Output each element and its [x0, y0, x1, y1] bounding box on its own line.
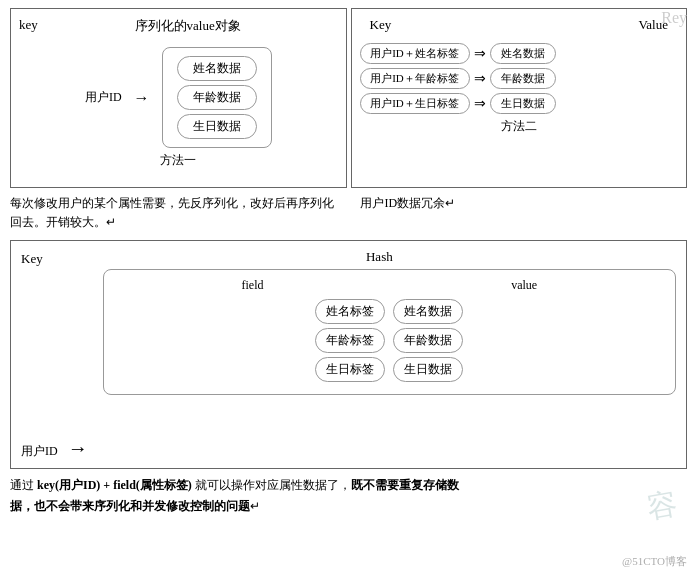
diagram2-key-0: 用户ID＋姓名标签 — [360, 43, 470, 64]
diagram3-row-0: 姓名标签 姓名数据 — [118, 299, 661, 324]
arrow-right-icon: → — [134, 89, 150, 107]
diagram1-item-2: 生日数据 — [177, 114, 257, 139]
diagram-method1: key 序列化的value对象 用户ID → 姓名数据 年龄数据 生日数据 方法… — [10, 8, 347, 188]
diagram2-key-2: 用户ID＋生日标签 — [360, 93, 470, 114]
diagram1-userid: 用户ID — [85, 89, 122, 106]
bold-key: key(用户ID) + field(属性标签) — [37, 478, 192, 492]
diagram-hash: Key Hash field value 姓名标签 姓名数据 年龄标签 年龄数据 — [10, 240, 687, 469]
diagram1-key-label: key — [19, 17, 38, 33]
diagram1-footer: 方法一 — [19, 152, 338, 169]
diagram2-value-1: 年龄数据 — [490, 68, 556, 89]
diagram3-field-col: field — [242, 278, 264, 293]
diagram3-field-0: 姓名标签 — [315, 299, 385, 324]
diagram2-row-0: 用户ID＋姓名标签 ⇒ 姓名数据 — [360, 43, 679, 64]
diagram2-key-col: Key — [370, 17, 392, 33]
double-arrow-icon-0: ⇒ — [474, 45, 486, 62]
diagram2-row-2: 用户ID＋生日标签 ⇒ 生日数据 — [360, 93, 679, 114]
diagram3-hash-section: Hash field value 姓名标签 姓名数据 年龄标签 年龄数据 — [83, 249, 676, 395]
diagram3-row-2: 生日标签 生日数据 — [118, 357, 661, 382]
site-tag: @51CTO博客 — [622, 554, 687, 569]
diagram3-value-2: 生日数据 — [393, 357, 463, 382]
diagram3-inner-box: field value 姓名标签 姓名数据 年龄标签 年龄数据 生日标签 生日数… — [103, 269, 676, 395]
rey-label: Rey — [661, 9, 687, 27]
diagram-method2: Key Value 用户ID＋姓名标签 ⇒ 姓名数据 用户ID＋年龄标签 ⇒ 年… — [351, 8, 688, 188]
diagram1-item-0: 姓名数据 — [177, 56, 257, 81]
diagram2-value-2: 生日数据 — [490, 93, 556, 114]
diagram3-key-label: Key — [21, 249, 43, 267]
double-arrow-icon-2: ⇒ — [474, 95, 486, 112]
diagram2-footer: 方法二 — [360, 118, 679, 135]
diagram3-arrow-icon: → — [68, 437, 88, 460]
diagram2-key-1: 用户ID＋年龄标签 — [360, 68, 470, 89]
diagram3-user-row: 用户ID → — [21, 403, 676, 460]
diagram1-title: 序列化的value对象 — [38, 17, 338, 35]
diagram3-hash-label: Hash — [83, 249, 676, 265]
diagram3-userid: 用户ID — [21, 443, 58, 460]
diagram3-field-2: 生日标签 — [315, 357, 385, 382]
diagram3-columns-header: field value — [118, 278, 661, 293]
diagram2-rows: 用户ID＋姓名标签 ⇒ 姓名数据 用户ID＋年龄标签 ⇒ 年龄数据 用户ID＋生… — [360, 43, 679, 114]
bottom-description: 通过 key(用户ID) + field(属性标签) 就可以操作对应属性数据了，… — [10, 475, 687, 516]
text-left: 每次修改用户的某个属性需要，先反序列化，改好后再序列化回去。开销较大。↵ — [10, 194, 346, 232]
text-right: 用户ID数据冗余↵ — [350, 194, 687, 232]
diagram3-value-col: value — [511, 278, 537, 293]
diagram2-row-1: 用户ID＋年龄标签 ⇒ 年龄数据 — [360, 68, 679, 89]
diagram3-row-1: 年龄标签 年龄数据 — [118, 328, 661, 353]
double-arrow-icon-1: ⇒ — [474, 70, 486, 87]
diagram2-value-0: 姓名数据 — [490, 43, 556, 64]
diagram1-value-box: 姓名数据 年龄数据 生日数据 — [162, 47, 272, 148]
diagram3-value-0: 姓名数据 — [393, 299, 463, 324]
diagram1-item-1: 年龄数据 — [177, 85, 257, 110]
diagram3-field-1: 年龄标签 — [315, 328, 385, 353]
diagram3-value-1: 年龄数据 — [393, 328, 463, 353]
text-section: 每次修改用户的某个属性需要，先反序列化，改好后再序列化回去。开销较大。↵ 用户I… — [10, 194, 687, 232]
